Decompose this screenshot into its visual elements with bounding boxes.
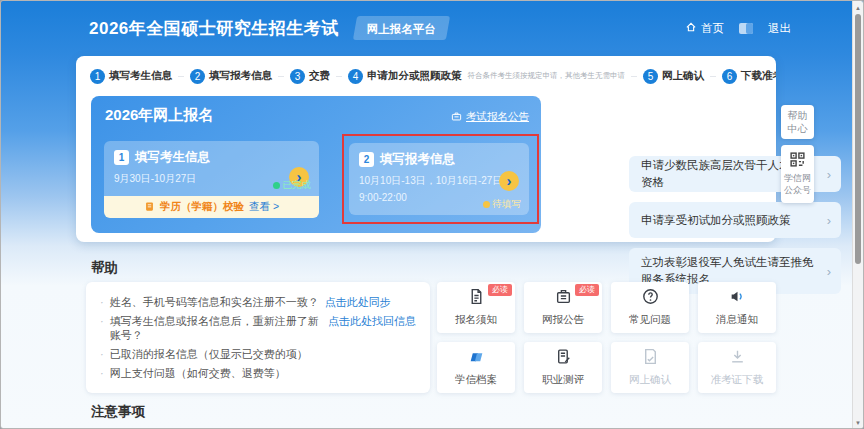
nav-home[interactable]: 首页: [685, 21, 724, 36]
app-header: 2026年全国硕士研究生招生考试 网上报名平台 首页 退出: [89, 13, 791, 43]
message-icon[interactable]: [739, 23, 753, 34]
sync-link[interactable]: 点击此处同步: [325, 295, 391, 309]
link-bonus-policy[interactable]: 申请享受初试加分或照顾政策 ›: [629, 202, 841, 238]
qr-code-icon: [789, 151, 806, 170]
step-number: 5: [643, 69, 658, 84]
step-connector: [336, 76, 342, 77]
step-number: 3: [290, 69, 305, 84]
step1-card[interactable]: 1 填写考生信息 9月30日-10月27日 › 已完成: [104, 141, 319, 196]
help-section-title: 帮助: [91, 259, 118, 277]
shortcut-online-confirmation[interactable]: 网上确认: [611, 342, 689, 393]
step-number: 1: [90, 69, 105, 84]
archive-icon: [468, 348, 485, 369]
scroll-up-arrow[interactable]: ▲: [853, 2, 863, 14]
step-indicator-4: 4 申请加分或照顾政策 符合条件考生须按规定申请，其他考生无需申请: [348, 69, 625, 84]
required-badge: 必读: [488, 284, 512, 296]
help-item-payment[interactable]: · 网上支付问题（如何交费、退费等）: [100, 366, 416, 380]
bullet-icon: ·: [100, 295, 104, 309]
step2-card[interactable]: 2 填写报考信息 10月10日-13日，10月16日-27日 9:00-22:0…: [349, 143, 529, 215]
steps-bar: 1 填写考生信息 2 填写报考信息 3 交费 4 申请加分或照顾政策 符合条件考…: [76, 56, 776, 86]
help-item-sync[interactable]: · 姓名、手机号码等信息和实名注册不一致？ 点击此处同步: [100, 295, 416, 309]
step-number: 6: [722, 69, 737, 84]
shortcut-notifications[interactable]: 消息通知: [698, 282, 776, 333]
briefcase-icon: [451, 111, 462, 124]
status-dot: [273, 182, 280, 189]
announcement-icon: [555, 288, 572, 309]
help-center-button[interactable]: 帮助中心: [781, 105, 814, 139]
step-connector: [710, 76, 716, 77]
notes-section-title: 注意事项: [91, 403, 145, 421]
registration-portal-page: 2026年全国硕士研究生招生考试 网上报名平台 首页 退出 1 填写考生信息 2…: [0, 0, 864, 429]
credential-verify-bar[interactable]: 学历（学籍）校验 查看 >: [104, 196, 319, 218]
step-connector: [178, 76, 184, 77]
main-card: 1 填写考生信息 2 填写报考信息 3 交费 4 申请加分或照顾政策 符合条件考…: [76, 56, 776, 242]
bullet-icon: ·: [100, 347, 104, 361]
step2-arrow-button[interactable]: ›: [499, 171, 519, 191]
shortcut-registration-notice[interactable]: 必读 报名须知: [437, 282, 515, 333]
qr-code-button[interactable]: 学信网公众号: [781, 145, 814, 203]
scrollbar[interactable]: ▲ ▼: [852, 1, 863, 429]
shortcut-chsi-archive[interactable]: 学信档案: [437, 342, 515, 393]
step-number-chip: 2: [359, 152, 374, 167]
status-badge: 待填写: [483, 198, 522, 211]
step-number-chip: 1: [114, 150, 129, 165]
help-list: · 姓名、手机号码等信息和实名注册不一致？ 点击此处同步 · 填写考生信息或报名…: [86, 282, 430, 393]
speaker-icon: [729, 288, 746, 309]
book-icon: [144, 201, 155, 214]
shortcut-career-assessment[interactable]: 职业测评: [524, 342, 602, 393]
exam-announcement-link[interactable]: 考试报名公告: [451, 110, 529, 124]
step-note: 符合条件考生须按规定申请，其他考生无需申请: [468, 71, 626, 81]
status-badge: 已完成: [273, 179, 312, 192]
step1-card-title: 1 填写考生信息: [104, 141, 319, 166]
home-icon: [685, 21, 697, 35]
step-number: 2: [190, 69, 205, 84]
help-item-recover[interactable]: · 填写考生信息或报名信息后，重新注册了新账号？ 点击此处找回信息: [100, 314, 416, 343]
chevron-right-icon: ›: [827, 213, 831, 228]
step-connector: [278, 76, 284, 77]
document-icon: [468, 288, 485, 309]
step2-card-title: 2 填写报考信息: [349, 143, 529, 168]
shortcut-grid: 必读 报名须知 必读 网报公告 常见问题 消息通知 学信档案 职业测评 网上确认: [437, 282, 776, 393]
bullet-icon: ·: [100, 314, 104, 328]
registration-panel: 2026年网上报名 考试报名公告 1 填写考生信息 9月30日-10月27日 ›…: [91, 96, 541, 233]
question-icon: [642, 288, 659, 309]
recover-link[interactable]: 点击此处找回信息: [328, 314, 416, 328]
panel-title: 2026年网上报名: [105, 106, 213, 125]
help-item-cancelled[interactable]: · 已取消的报名信息（仅显示已交费的项）: [100, 347, 416, 361]
platform-badge: 网上报名平台: [353, 16, 450, 40]
step-indicator-3: 3 交费: [290, 69, 330, 84]
page-title: 2026年全国硕士研究生招生考试: [89, 17, 339, 40]
step-number: 4: [348, 69, 363, 84]
step-indicator-1: 1 填写考生信息: [90, 69, 172, 84]
status-dot: [483, 201, 490, 208]
chevron-right-icon: ›: [827, 167, 831, 182]
header-nav: 首页 退出: [685, 21, 791, 36]
step-indicator-2: 2 填写报考信息: [190, 69, 272, 84]
nav-logout[interactable]: 退出: [768, 21, 791, 36]
shortcut-admission-ticket-download[interactable]: 准考证下载: [698, 342, 776, 393]
bullet-icon: ·: [100, 366, 104, 380]
assessment-icon: [555, 348, 572, 369]
view-link[interactable]: 查看 >: [249, 200, 279, 214]
step-indicator-6: 6 下载准考证: [722, 69, 776, 84]
download-icon: [729, 348, 746, 369]
step-connector: [631, 76, 637, 77]
chevron-right-icon: ›: [827, 264, 831, 279]
shortcut-faq[interactable]: 常见问题: [611, 282, 689, 333]
scroll-down-arrow[interactable]: ▼: [853, 417, 863, 429]
shortcut-online-announcement[interactable]: 必读 网报公告: [524, 282, 602, 333]
required-badge: 必读: [575, 284, 599, 296]
step-indicator-5: 5 网上确认: [643, 69, 704, 84]
doc-check-icon: [642, 348, 659, 369]
scrollbar-thumb[interactable]: [855, 14, 861, 264]
